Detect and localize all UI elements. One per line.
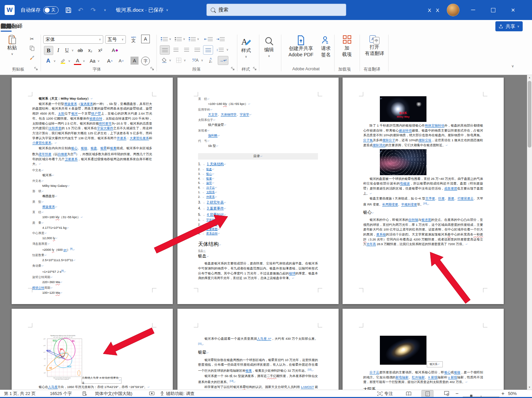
info-field[interactable]: 应用学科 天文学、天体物理学、宇宙学 <box>198 107 318 118</box>
vertical-scrollbar[interactable]: ▲ ▼ <box>527 75 532 390</box>
highlight-button[interactable] <box>59 57 67 65</box>
zoom-in-button[interactable]: + <box>501 390 504 397</box>
multilevel-list-dropdown[interactable]: ∨ <box>196 35 200 43</box>
info-field[interactable]: 形 状 椭圆盘形 <box>32 189 152 199</box>
asian-layout-dropdown[interactable]: ∨ <box>200 56 204 64</box>
info-field[interactable]: 直 径 ≈100~180 kly（31~55 kpc） <box>198 97 318 107</box>
font-dialog-launcher[interactable] <box>150 67 154 71</box>
add-ins-button[interactable]: 加 载项 <box>338 35 356 58</box>
strikethrough-button[interactable]: ab <box>76 46 85 54</box>
create-share-adobe-pdf-button[interactable]: 创建并共享 Adobe PDF <box>285 35 317 58</box>
numbered-list-button[interactable] <box>174 35 182 43</box>
page-6[interactable]: 银河系 分子云是恒星形成的主要场所。银河系核心部分，即银心或银核，是一个很特别的… <box>343 309 504 390</box>
phonetic-guide-button[interactable]: wén 文 <box>129 34 138 44</box>
info-field[interactable]: 薄盘面厚度 ≈2000 ly（600 pc）[9] <box>32 241 152 253</box>
editing-button[interactable]: 编辑∨ <box>264 36 274 59</box>
format-painter-button[interactable] <box>28 54 36 61</box>
bullet-list-dropdown[interactable]: ∨ <box>168 35 172 43</box>
underline-button[interactable]: U <box>63 46 71 54</box>
info-field[interactable]: 发现者 伽利略 <box>198 128 318 139</box>
grow-font-button[interactable]: A˄ <box>105 57 115 65</box>
paragraph[interactable]: 银盘主要由星族 I 天体组成，如 G~K 型主序星、巨星、新星、行星状星云、天琴… <box>363 196 483 207</box>
collapse-ribbon-button[interactable]: ∨ <box>509 63 516 69</box>
figure-caption[interactable]: 银河系 <box>427 361 443 367</box>
toc-entry[interactable]: 3. → 主要星图 <box>198 227 318 232</box>
toc-entry[interactable]: 5. → 旋臂 <box>198 181 318 186</box>
doc-title-line[interactable]: 银河系（天文：Milky Way Galaxy） <box>32 96 152 102</box>
shrink-font-button[interactable]: A˅ <box>117 57 126 65</box>
paragraph-dialog-launcher[interactable] <box>231 67 235 71</box>
search-input[interactable]: 搜索 <box>206 4 346 16</box>
proofing-errors-button[interactable] <box>82 390 87 397</box>
align-center-button[interactable] <box>171 45 180 54</box>
bullet-list-button[interactable] <box>160 35 168 43</box>
paragraph[interactable]: 分子云是恒星形成的主要场所。银河系核心部分，即银心或银核，是一个很特别的地方。它… <box>363 370 483 385</box>
sub-heading[interactable]: 太阳系 <box>363 386 483 390</box>
scroll-up-icon[interactable]: ▲ <box>527 75 532 80</box>
starfield-image[interactable] <box>380 149 426 175</box>
toc-entry[interactable]: 3. → 2 研究年表 <box>198 199 318 206</box>
shading-dropdown[interactable]: ∨ <box>168 56 172 64</box>
toc-entry[interactable]: 1. → 1 天体结构 <box>198 161 318 168</box>
s-stars-orbit-chart-image[interactable]: Right Ascension difference from 17h 45m … <box>43 334 83 381</box>
toc-entry[interactable]: 4. → 银晕 <box>198 177 318 181</box>
sort-button[interactable]: AZ↓ <box>206 56 216 64</box>
close-button[interactable]: × <box>505 0 521 20</box>
toc-entry[interactable]: 2. → 银盘 <box>198 167 318 172</box>
accessibility-status[interactable]: 辅助功能: 调查 <box>160 390 194 397</box>
toc-entry[interactable]: 4. → 3 重要事件 <box>198 205 318 212</box>
figure-caption[interactable]: 几颗绕人马座 A 转动的恒星轨道 <box>82 377 122 384</box>
line-spacing-button[interactable]: ↕ <box>215 45 225 54</box>
page-5[interactable]: 银河系中心盘踞着一个超大质量黑洞人马座 A*，大约有 430 万个太阳那么重。[… <box>177 309 339 390</box>
word-count[interactable]: 16525 个字 <box>50 390 72 397</box>
font-name-select[interactable]: 宋体∨ <box>43 35 103 44</box>
justify-button[interactable] <box>192 45 202 54</box>
subscript-button[interactable]: x₂ <box>86 46 95 54</box>
read-mode-button[interactable] <box>403 390 414 397</box>
page-indicator[interactable]: 第 1 页, 共 22 页 <box>4 390 36 397</box>
info-field[interactable]: 角动量 ≈1×10^67 J·s[9] <box>32 263 152 275</box>
underline-dropdown[interactable]: ∨ <box>71 46 75 54</box>
page-3[interactable]: 银河系 Milky Way 除了 1 千秒差距范围内的银核绕银心作刚体定轴转动外… <box>343 78 504 304</box>
user-initials[interactable]: X X <box>428 0 441 20</box>
toc-entry[interactable]: 1. → 宇宙起源 <box>198 218 318 222</box>
info-field[interactable]: 质 量 4.1771×10^41 kg <box>32 220 152 231</box>
zoom-level[interactable]: 50% <box>508 390 517 397</box>
scroll-down-icon[interactable]: ▼ <box>527 385 532 390</box>
change-case-dropdown[interactable]: ∨ <box>97 57 101 65</box>
styles-button[interactable]: A 样式∨ <box>240 36 252 60</box>
info-field[interactable]: 旋臂公转周期 220~360 Ma <box>32 275 152 285</box>
italic-button[interactable]: I <box>55 46 62 54</box>
text-effects-dropdown[interactable]: ∨ <box>53 57 57 65</box>
line-spacing-dropdown[interactable]: ∨ <box>226 45 229 54</box>
align-right-button[interactable] <box>182 45 191 54</box>
shading-button[interactable] <box>160 56 168 64</box>
info-field[interactable]: 太阳系位于 猎户座旋臂 <box>198 118 318 128</box>
print-layout-button[interactable] <box>421 390 433 398</box>
toc-entry[interactable]: 1. → 太阳系 <box>198 190 318 195</box>
macro-record-button[interactable] <box>149 390 154 397</box>
numbered-list-dropdown[interactable]: ∨ <box>182 35 186 43</box>
page-2[interactable]: 直 径 ≈100~180 kly（31~55 kpc） 应用学科 天文学、天体物… <box>177 78 339 304</box>
open-youdao-button[interactable]: A 中 打开 有道翻译 <box>363 35 386 57</box>
asian-layout-button[interactable]: ⤧A <box>190 56 200 64</box>
request-signature-button[interactable]: 请求 签名 <box>318 35 334 58</box>
minimize-button[interactable]: ─ <box>465 0 481 20</box>
ribbon-tab[interactable]: 有道翻译 <box>0 20 23 32</box>
font-color-dropdown[interactable]: ∨ <box>82 57 86 65</box>
milky-way-diagram-image[interactable]: 银河系 Milky Way <box>380 96 426 122</box>
font-color-button[interactable]: A <box>74 57 81 65</box>
undo-button[interactable]: ↶ <box>78 0 83 20</box>
paragraph[interactable]: 银河系是一个巨型棒旋星系（漩涡星系的一种），Sb 型，呈椭圆盘形，具有巨大的盘面… <box>32 102 152 146</box>
borders-button[interactable] <box>174 56 183 64</box>
show-hide-marks-button[interactable]: →↵ <box>218 56 228 65</box>
info-field[interactable]: 恒星数量 2.5×10^11±1.5×10^11 <box>32 253 152 263</box>
sub-heading[interactable]: 银盘 <box>198 253 318 260</box>
sub-heading[interactable]: 银晕 <box>198 349 318 356</box>
paragraph[interactable]: 银河系是一个 Sb 或 Sc 型旋涡星系，拥有近二千亿颗恒星，为本星系群中除仙女… <box>198 374 318 385</box>
page-1[interactable]: 银河系（天文：Milky Way Galaxy） 银河系是一个巨型棒旋星系（漩涡… <box>12 78 173 304</box>
borders-dropdown[interactable]: ∨ <box>183 56 186 64</box>
maximize-button[interactable] <box>485 0 501 20</box>
align-left-button[interactable] <box>160 45 170 55</box>
scrollbar-thumb[interactable] <box>528 81 531 148</box>
